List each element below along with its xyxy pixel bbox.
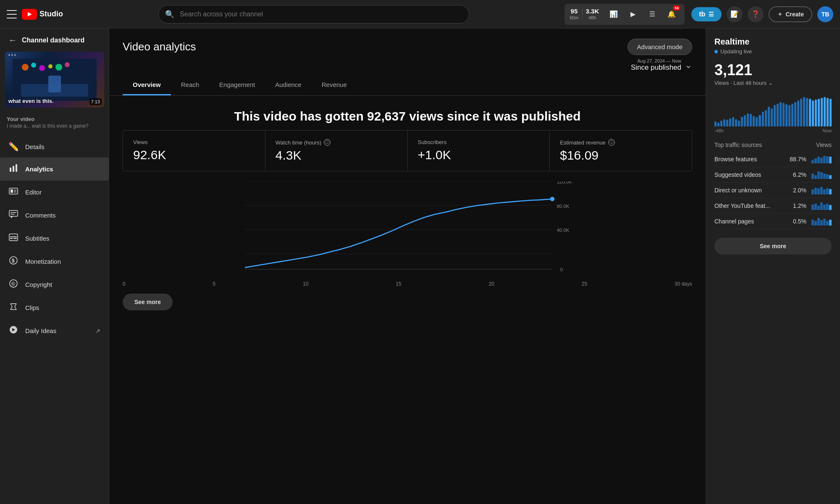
tab-overview[interactable]: Overview xyxy=(123,75,171,95)
svg-point-5 xyxy=(39,65,45,71)
external-link-icon: ↗ xyxy=(95,328,100,334)
realtime-bar xyxy=(809,99,811,126)
realtime-bar xyxy=(738,121,740,126)
realtime-bar xyxy=(765,110,767,126)
realtime-bar xyxy=(717,123,719,126)
traffic-source-row: Suggested videos6.2% xyxy=(714,167,832,183)
traffic-mini-bar xyxy=(814,175,817,179)
tab-reach[interactable]: Reach xyxy=(171,75,209,95)
metric-revenue-value: $16.09 xyxy=(560,148,682,163)
realtime-see-more-button[interactable]: See more xyxy=(714,238,832,255)
traffic-mini-bar xyxy=(817,188,820,194)
metric-subscribers-label: Subscribers xyxy=(418,139,540,145)
traffic-mini-bar xyxy=(814,188,817,194)
svg-rect-15 xyxy=(10,189,13,193)
search-input[interactable] xyxy=(158,5,469,24)
traffic-mini-bar xyxy=(826,204,829,210)
sidebar-item-comments[interactable]: Comments xyxy=(0,204,109,227)
traffic-mini-bar xyxy=(823,173,826,179)
sidebar-item-editor[interactable]: Editor xyxy=(0,181,109,204)
sidebar-item-copyright[interactable]: © Copyright xyxy=(0,273,109,296)
customize-button[interactable]: tb ☰ xyxy=(691,7,722,21)
traffic-source-name: Other YouTube feat... xyxy=(714,202,770,209)
back-arrow-icon: ← xyxy=(8,35,17,45)
sidebar-item-monetization[interactable]: $ Monetization xyxy=(0,250,109,273)
video-thumbnail[interactable]: what even is this. 7:13 xyxy=(5,52,104,108)
logo[interactable]: Studio xyxy=(22,9,63,20)
traffic-mini-bar xyxy=(811,173,814,179)
date-range-selector[interactable]: Aug 27, 2024 — Now Since published ⌄ xyxy=(631,58,692,72)
logo-text: Studio xyxy=(39,10,63,18)
notification-icon-btn[interactable]: 🔔 56 xyxy=(664,6,680,22)
svg-rect-13 xyxy=(16,164,17,172)
realtime-bar xyxy=(753,116,755,126)
svg-rect-12 xyxy=(13,166,14,172)
main-layout: ← Channel dashboard xyxy=(0,29,840,504)
video-thumbnail-container: what even is this. 7:13 xyxy=(0,52,109,113)
traffic-mini-bar xyxy=(829,220,832,226)
traffic-source-row: Other YouTube feat...1.2% xyxy=(714,198,832,214)
tab-revenue[interactable]: Revenue xyxy=(312,75,357,95)
watch-time-info-icon[interactable]: ⓘ xyxy=(324,139,331,146)
sidebar-back[interactable]: ← Channel dashboard xyxy=(0,29,109,52)
metric-watch-time: Watch time (hours) ⓘ 4.3K xyxy=(265,131,408,171)
realtime-bar xyxy=(794,102,796,126)
page-title: Video analytics xyxy=(123,40,196,53)
create-plus-icon: ＋ xyxy=(777,10,783,18)
create-button[interactable]: ＋ Create xyxy=(769,6,812,22)
realtime-bar xyxy=(732,117,734,126)
svg-point-3 xyxy=(22,64,29,71)
realtime-bar xyxy=(812,100,814,126)
tab-engagement[interactable]: Engagement xyxy=(209,75,265,95)
copyright-icon: © xyxy=(8,279,18,290)
realtime-views-count: 3,121 xyxy=(714,61,832,79)
views-chevron-icon[interactable]: ⌄ xyxy=(768,80,773,86)
realtime-time-labels: -48h Now xyxy=(714,128,832,133)
views-chart: 120.0K 80.0K 40.0K 0 xyxy=(123,181,692,278)
captions-icon-btn[interactable]: 📝 xyxy=(727,6,743,22)
metric-subscribers: Subscribers +1.0K xyxy=(408,131,550,171)
realtime-bar xyxy=(827,98,829,126)
see-more-button[interactable]: See more xyxy=(123,294,173,310)
main-content: Video analytics Advanced mode Aug 27, 20… xyxy=(109,29,706,504)
nav-stat-views: 95 60m xyxy=(570,8,578,21)
sidebar-item-analytics[interactable]: Analytics xyxy=(0,158,109,181)
sidebar-item-clips[interactable]: Clips xyxy=(0,296,109,319)
svg-text:80.0K: 80.0K xyxy=(556,204,569,209)
sidebar-item-subtitles[interactable]: Subtitles xyxy=(0,227,109,250)
nav-right: tb ☰ 📝 ❓ ＋ Create TB xyxy=(691,6,833,22)
traffic-mini-bar xyxy=(829,157,832,163)
realtime-bar xyxy=(815,100,817,126)
realtime-bar xyxy=(785,104,788,126)
metric-views-value: 92.6K xyxy=(133,148,255,162)
search-icon: 🔍 xyxy=(165,10,174,19)
svg-rect-18 xyxy=(9,210,18,216)
hamburger-menu-icon[interactable] xyxy=(7,10,17,18)
realtime-bar xyxy=(771,108,773,126)
help-icon-btn[interactable]: ❓ xyxy=(748,6,764,22)
list-icon-btn[interactable]: ☰ xyxy=(644,6,660,22)
analytics-icon-btn[interactable]: 📊 xyxy=(606,6,622,22)
revenue-info-icon[interactable]: ⓘ xyxy=(608,139,615,146)
tab-audience[interactable]: Audience xyxy=(265,75,312,95)
traffic-source-row: Browse features88.7% xyxy=(714,152,832,167)
realtime-bar xyxy=(744,115,746,126)
music-icon-btn[interactable]: ▶ xyxy=(625,6,641,22)
editor-icon xyxy=(8,186,18,198)
youtube-icon xyxy=(22,9,37,20)
sidebar-item-details[interactable]: ✏️ Details xyxy=(0,136,109,158)
svg-rect-10 xyxy=(48,76,61,92)
svg-line-32 xyxy=(10,304,12,307)
analytics-icon xyxy=(8,163,18,175)
traffic-mini-bar xyxy=(820,172,823,179)
svg-text:0: 0 xyxy=(560,267,563,272)
realtime-bar xyxy=(735,119,737,126)
traffic-source-name: Browse features xyxy=(714,156,757,163)
sidebar-item-daily-ideas[interactable]: Daily Ideas ↗ xyxy=(0,319,109,342)
avatar[interactable]: TB xyxy=(817,6,833,22)
comments-icon xyxy=(8,210,18,221)
realtime-bar xyxy=(720,121,722,126)
traffic-mini-bar xyxy=(811,220,814,226)
advanced-mode-button[interactable]: Advanced mode xyxy=(627,39,692,55)
realtime-bar xyxy=(768,107,770,126)
